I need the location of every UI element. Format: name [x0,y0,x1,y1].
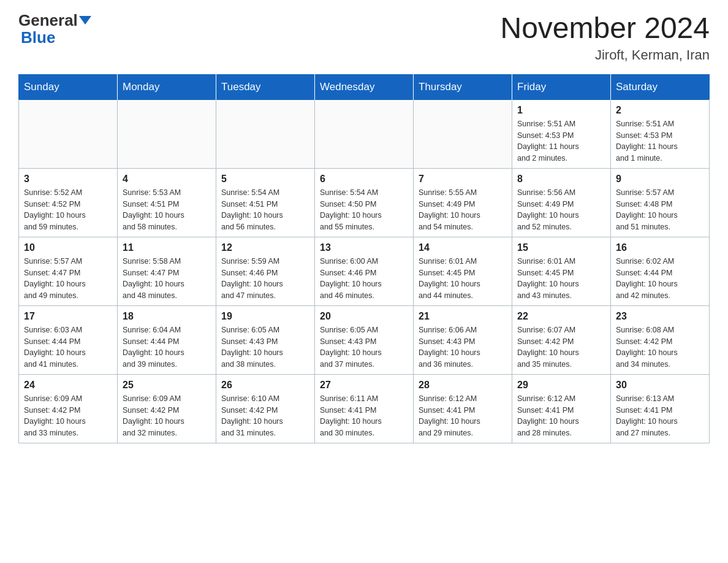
day-info: Sunrise: 6:04 AMSunset: 4:44 PMDaylight:… [123,324,211,370]
logo-arrow-icon [79,16,91,25]
day-number: 27 [320,380,408,391]
calendar-cell [19,99,118,168]
calendar-cell: 24Sunrise: 6:09 AMSunset: 4:42 PMDayligh… [19,374,118,443]
day-info: Sunrise: 6:11 AMSunset: 4:41 PMDaylight:… [320,393,408,439]
logo-blue: Blue [21,28,55,47]
calendar-cell: 29Sunrise: 6:12 AMSunset: 4:41 PMDayligh… [512,374,611,443]
weekday-header-tuesday: Tuesday [216,74,315,99]
calendar-cell: 25Sunrise: 6:09 AMSunset: 4:42 PMDayligh… [118,374,216,443]
day-number: 22 [517,311,605,322]
day-number: 11 [123,242,211,253]
day-number: 15 [517,242,605,253]
calendar-cell: 11Sunrise: 5:58 AMSunset: 4:47 PMDayligh… [118,237,216,305]
day-number: 25 [123,380,211,391]
calendar-title: November 2024 [500,12,710,45]
day-info: Sunrise: 5:54 AMSunset: 4:51 PMDaylight:… [221,187,309,233]
weekday-header-saturday: Saturday [611,74,710,99]
day-info: Sunrise: 6:01 AMSunset: 4:45 PMDaylight:… [419,256,507,302]
day-info: Sunrise: 6:08 AMSunset: 4:42 PMDaylight:… [616,324,704,370]
calendar-cell: 5Sunrise: 5:54 AMSunset: 4:51 PMDaylight… [216,168,315,237]
day-info: Sunrise: 5:54 AMSunset: 4:50 PMDaylight:… [320,187,408,233]
calendar-cell [414,99,512,168]
day-info: Sunrise: 5:51 AMSunset: 4:53 PMDaylight:… [517,118,605,164]
calendar-cell: 26Sunrise: 6:10 AMSunset: 4:42 PMDayligh… [216,374,315,443]
day-info: Sunrise: 6:01 AMSunset: 4:45 PMDaylight:… [517,256,605,302]
day-info: Sunrise: 6:13 AMSunset: 4:41 PMDaylight:… [616,393,704,439]
week-row-5: 24Sunrise: 6:09 AMSunset: 4:42 PMDayligh… [19,374,710,443]
day-info: Sunrise: 6:05 AMSunset: 4:43 PMDaylight:… [221,324,309,370]
day-info: Sunrise: 5:57 AMSunset: 4:47 PMDaylight:… [24,256,112,302]
weekday-header-monday: Monday [118,74,216,99]
calendar-cell: 7Sunrise: 5:55 AMSunset: 4:49 PMDaylight… [414,168,512,237]
calendar-cell: 15Sunrise: 6:01 AMSunset: 4:45 PMDayligh… [512,237,611,305]
day-number: 5 [221,174,309,185]
day-info: Sunrise: 6:09 AMSunset: 4:42 PMDaylight:… [24,393,112,439]
day-number: 19 [221,311,309,322]
day-number: 4 [123,174,211,185]
day-info: Sunrise: 6:03 AMSunset: 4:44 PMDaylight:… [24,324,112,370]
week-row-2: 3Sunrise: 5:52 AMSunset: 4:52 PMDaylight… [19,168,710,237]
calendar-cell: 30Sunrise: 6:13 AMSunset: 4:41 PMDayligh… [611,374,710,443]
calendar-cell: 18Sunrise: 6:04 AMSunset: 4:44 PMDayligh… [118,305,216,374]
day-number: 6 [320,174,408,185]
day-number: 1 [517,105,605,116]
day-info: Sunrise: 5:56 AMSunset: 4:49 PMDaylight:… [517,187,605,233]
day-number: 17 [24,311,112,322]
calendar-table: SundayMondayTuesdayWednesdayThursdayFrid… [18,74,710,443]
calendar-cell: 9Sunrise: 5:57 AMSunset: 4:48 PMDaylight… [611,168,710,237]
day-info: Sunrise: 6:05 AMSunset: 4:43 PMDaylight:… [320,324,408,370]
day-number: 10 [24,242,112,253]
day-info: Sunrise: 5:55 AMSunset: 4:49 PMDaylight:… [419,187,507,233]
calendar-cell: 10Sunrise: 5:57 AMSunset: 4:47 PMDayligh… [19,237,118,305]
day-info: Sunrise: 5:51 AMSunset: 4:53 PMDaylight:… [616,118,704,164]
day-number: 8 [517,174,605,185]
calendar-cell: 8Sunrise: 5:56 AMSunset: 4:49 PMDaylight… [512,168,611,237]
day-info: Sunrise: 6:06 AMSunset: 4:43 PMDaylight:… [419,324,507,370]
day-number: 9 [616,174,704,185]
day-info: Sunrise: 5:52 AMSunset: 4:52 PMDaylight:… [24,187,112,233]
day-info: Sunrise: 5:58 AMSunset: 4:47 PMDaylight:… [123,256,211,302]
calendar-cell: 28Sunrise: 6:12 AMSunset: 4:41 PMDayligh… [414,374,512,443]
day-info: Sunrise: 5:57 AMSunset: 4:48 PMDaylight:… [616,187,704,233]
calendar-cell: 3Sunrise: 5:52 AMSunset: 4:52 PMDaylight… [19,168,118,237]
calendar-cell: 19Sunrise: 6:05 AMSunset: 4:43 PMDayligh… [216,305,315,374]
day-number: 3 [24,174,112,185]
week-row-3: 10Sunrise: 5:57 AMSunset: 4:47 PMDayligh… [19,237,710,305]
week-row-4: 17Sunrise: 6:03 AMSunset: 4:44 PMDayligh… [19,305,710,374]
day-number: 16 [616,242,704,253]
day-number: 21 [419,311,507,322]
day-number: 24 [24,380,112,391]
calendar-cell: 21Sunrise: 6:06 AMSunset: 4:43 PMDayligh… [414,305,512,374]
calendar-cell: 27Sunrise: 6:11 AMSunset: 4:41 PMDayligh… [315,374,414,443]
day-number: 29 [517,380,605,391]
day-info: Sunrise: 5:53 AMSunset: 4:51 PMDaylight:… [123,187,211,233]
calendar-cell: 12Sunrise: 5:59 AMSunset: 4:46 PMDayligh… [216,237,315,305]
day-info: Sunrise: 6:00 AMSunset: 4:46 PMDaylight:… [320,256,408,302]
calendar-cell: 17Sunrise: 6:03 AMSunset: 4:44 PMDayligh… [19,305,118,374]
calendar-cell [216,99,315,168]
calendar-cell: 2Sunrise: 5:51 AMSunset: 4:53 PMDaylight… [611,99,710,168]
calendar-subtitle: Jiroft, Kerman, Iran [500,47,710,63]
day-info: Sunrise: 6:12 AMSunset: 4:41 PMDaylight:… [419,393,507,439]
day-info: Sunrise: 6:12 AMSunset: 4:41 PMDaylight:… [517,393,605,439]
calendar-cell [118,99,216,168]
calendar-cell: 14Sunrise: 6:01 AMSunset: 4:45 PMDayligh… [414,237,512,305]
day-info: Sunrise: 6:10 AMSunset: 4:42 PMDaylight:… [221,393,309,439]
day-number: 14 [419,242,507,253]
day-number: 18 [123,311,211,322]
weekday-header-friday: Friday [512,74,611,99]
day-info: Sunrise: 5:59 AMSunset: 4:46 PMDaylight:… [221,256,309,302]
header: General Blue November 2024 Jiroft, Kerma… [18,12,710,63]
title-area: November 2024 Jiroft, Kerman, Iran [500,12,710,63]
logo-general: General [18,12,78,28]
day-number: 12 [221,242,309,253]
day-number: 13 [320,242,408,253]
logo: General Blue [18,12,91,47]
calendar-cell [315,99,414,168]
calendar-cell: 13Sunrise: 6:00 AMSunset: 4:46 PMDayligh… [315,237,414,305]
calendar-cell: 23Sunrise: 6:08 AMSunset: 4:42 PMDayligh… [611,305,710,374]
day-number: 30 [616,380,704,391]
weekday-header-row: SundayMondayTuesdayWednesdayThursdayFrid… [19,74,710,99]
calendar-cell: 20Sunrise: 6:05 AMSunset: 4:43 PMDayligh… [315,305,414,374]
calendar-cell: 4Sunrise: 5:53 AMSunset: 4:51 PMDaylight… [118,168,216,237]
